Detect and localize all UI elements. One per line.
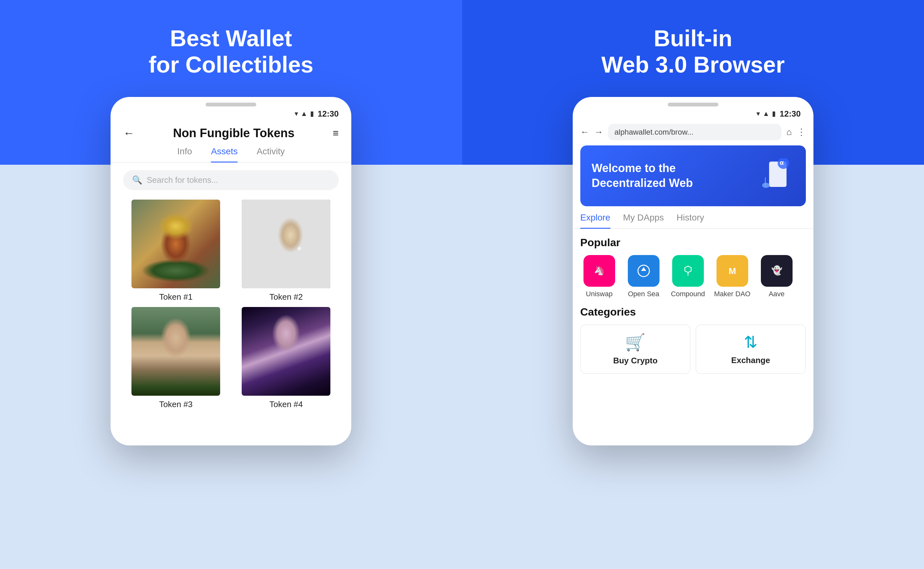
dapp-compound[interactable]: Compound [669, 255, 707, 298]
lady-art [242, 307, 330, 396]
tab-info[interactable]: Info [177, 146, 192, 163]
token-image-3 [131, 307, 220, 396]
menu-icon[interactable]: ≡ [333, 127, 339, 139]
svg-text:α: α [780, 159, 784, 166]
banner-illustration: α [757, 157, 795, 195]
url-bar[interactable]: alphawallet.com/brow... [608, 124, 781, 140]
token-card-4[interactable]: Token #4 [234, 307, 339, 409]
forward-nav-button[interactable]: → [594, 127, 603, 137]
buy-crypto-label: Buy Crypto [613, 356, 658, 366]
token-card-3[interactable]: Token #3 [123, 307, 228, 409]
opensea-svg [634, 262, 653, 280]
svg-text:🦄: 🦄 [594, 265, 605, 275]
banner-text-block: Welcome to the Decentralized Web [592, 161, 693, 191]
token-name-3: Token #3 [159, 400, 193, 409]
opensea-icon [628, 255, 660, 287]
uniswap-label: Uniswap [586, 290, 612, 298]
dapp-makerdao[interactable]: M Maker DAO [713, 255, 751, 298]
wifi-icon-right: ▾ [757, 110, 760, 118]
token-image-4 [242, 307, 330, 396]
right-panel: Built-in Web 3.0 Browser ▾ ▲ ▮ 12:30 ← →… [462, 0, 924, 569]
svg-text:👻: 👻 [771, 265, 782, 275]
aave-icon: 👻 [761, 255, 793, 287]
category-exchange[interactable]: ⇅ Exchange [696, 324, 806, 374]
dapps-row: 🦄 Uniswap Open Sea [573, 255, 813, 306]
token-grid: Token #1 Token #2 Token #3 Token #4 [111, 199, 351, 409]
status-bar-left: ▾ ▲ ▮ 12:30 [111, 109, 351, 121]
monalisa-art [131, 307, 220, 396]
uniswap-icon: 🦄 [584, 255, 615, 287]
opensea-label: Open Sea [628, 290, 659, 298]
aave-label: Aave [769, 290, 785, 298]
right-phone: ▾ ▲ ▮ 12:30 ← → alphawallet.com/brow... … [573, 97, 813, 446]
wifi-icon: ▾ [295, 110, 298, 118]
search-icon: 🔍 [132, 175, 142, 185]
more-menu-button[interactable]: ⋮ [797, 127, 806, 137]
battery-icon: ▮ [310, 110, 314, 118]
banner-svg: α [760, 158, 791, 193]
token-card-1[interactable]: Token #1 [123, 199, 228, 302]
token-name-1: Token #1 [159, 292, 193, 302]
exchange-label: Exchange [731, 356, 770, 365]
browser-tabs: Explore My DApps History [573, 213, 813, 229]
makerdao-svg: M [723, 262, 742, 280]
dapp-opensea[interactable]: Open Sea [625, 255, 663, 298]
token-image-2 [242, 199, 330, 288]
dapp-aave[interactable]: 👻 Aave [758, 255, 796, 298]
back-button[interactable]: ← [123, 126, 135, 140]
token-name-2: Token #2 [269, 292, 303, 302]
nft-tabs: Info Assets Activity [111, 146, 351, 163]
token-card-2[interactable]: Token #2 [234, 199, 339, 302]
token-name-4: Token #4 [269, 400, 303, 409]
signal-icon-right: ▲ [763, 110, 769, 118]
phone-top-bar [111, 97, 351, 109]
tab-history[interactable]: History [676, 213, 704, 229]
tab-mydapps[interactable]: My DApps [623, 213, 664, 229]
status-time-left: 12:30 [318, 109, 339, 119]
signal-icon: ▲ [301, 110, 308, 118]
banner-text: Welcome to the Decentralized Web [592, 161, 693, 191]
exchange-icon: ⇅ [744, 333, 758, 351]
tab-assets[interactable]: Assets [211, 146, 237, 163]
home-button[interactable]: ⌂ [787, 127, 792, 137]
left-panel: Best Wallet for Collectibles ▾ ▲ ▮ 12:30… [0, 0, 462, 569]
compound-label: Compound [671, 290, 705, 298]
left-phone: ▾ ▲ ▮ 12:30 ← Non Fungible Tokens ≡ Info… [111, 97, 351, 446]
phone-notch [205, 103, 256, 106]
tab-explore[interactable]: Explore [580, 213, 610, 229]
status-icons-right: ▾ ▲ ▮ [757, 110, 776, 118]
makerdao-icon: M [717, 255, 748, 287]
makerdao-label: Maker DAO [714, 290, 751, 298]
left-panel-title: Best Wallet for Collectibles [149, 25, 313, 78]
categories-grid: 🛒 Buy Crypto ⇅ Exchange [573, 324, 813, 374]
nft-header: ← Non Fungible Tokens ≡ [111, 121, 351, 146]
phone-top-bar-right [573, 97, 813, 109]
categories-section-title: Categories [573, 306, 813, 324]
popular-section-title: Popular [573, 236, 813, 255]
phone-notch-right [668, 103, 719, 106]
category-buy-crypto[interactable]: 🛒 Buy Crypto [580, 324, 690, 374]
battery-icon-right: ▮ [772, 110, 776, 118]
search-placeholder: Search for tokens... [147, 175, 218, 185]
nft-title: Non Fungible Tokens [173, 126, 295, 140]
tab-activity[interactable]: Activity [257, 146, 285, 163]
browser-nav-bar: ← → alphawallet.com/brow... ⌂ ⋮ [573, 121, 813, 145]
pearl-art [242, 199, 330, 288]
token-image-1 [131, 199, 220, 288]
uniswap-svg: 🦄 [590, 262, 609, 280]
back-nav-button[interactable]: ← [580, 127, 589, 137]
status-time-right: 12:30 [780, 109, 801, 119]
compound-svg [678, 262, 698, 280]
svg-point-3 [762, 183, 770, 188]
welcome-banner: Welcome to the Decentralized Web α [580, 145, 806, 206]
token-search-bar[interactable]: 🔍 Search for tokens... [123, 170, 339, 190]
buy-crypto-icon: 🛒 [625, 333, 646, 352]
svg-rect-9 [679, 262, 697, 280]
vangogh-art [131, 199, 220, 288]
svg-text:M: M [729, 266, 736, 276]
right-panel-title: Built-in Web 3.0 Browser [601, 25, 785, 78]
dapp-uniswap[interactable]: 🦄 Uniswap [580, 255, 619, 298]
status-icons-left: ▾ ▲ ▮ [295, 110, 314, 118]
status-bar-right: ▾ ▲ ▮ 12:30 [573, 109, 813, 121]
aave-svg: 👻 [767, 262, 786, 280]
